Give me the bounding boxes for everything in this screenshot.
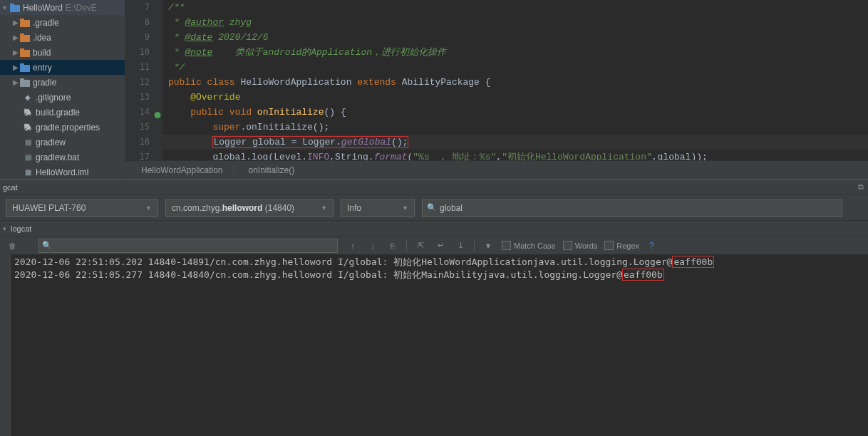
tree-item--gradle[interactable]: ▶.gradle	[0, 15, 125, 30]
tree-item--gitignore[interactable]: ◆.gitignore	[0, 90, 125, 105]
logcat-search[interactable]: 🔍	[422, 199, 842, 217]
breadcrumb[interactable]: HelloWordApplication 〉 onInitialize()	[125, 160, 868, 179]
svg-rect-1	[10, 4, 14, 6]
tree-item-gradlew-bat[interactable]: ▤gradlew.bat	[0, 150, 125, 165]
log-output[interactable]: 2020-12-06 22:51:05.202 14840-14891/cn.c…	[0, 254, 868, 436]
svg-rect-2	[20, 20, 30, 27]
svg-rect-6	[20, 50, 30, 57]
tree-item-build[interactable]: ▶build	[0, 45, 125, 60]
code-editor: 7891011121314⬤151617181920 /** * @author…	[125, 0, 868, 179]
clear-icon[interactable]: 🗑	[6, 239, 19, 252]
svg-rect-11	[20, 78, 24, 81]
code-line-12[interactable]: public class HelloWordApplication extend…	[162, 75, 868, 90]
restore-icon[interactable]: ⧉	[858, 182, 864, 192]
tree-project-root[interactable]: ▾ HelloWord E:\DevE	[0, 0, 125, 15]
find-input[interactable]	[52, 242, 334, 250]
search-icon: 🔍	[427, 203, 437, 212]
chevron-down-icon: ▼	[321, 204, 327, 212]
words-checkbox[interactable]: Words	[563, 241, 598, 250]
code-line-13[interactable]: @Override	[162, 90, 868, 105]
find-in-log[interactable]: 🔍	[38, 239, 338, 253]
tree-item--idea[interactable]: ▶.idea	[0, 30, 125, 45]
regex-checkbox[interactable]: Regex	[604, 241, 639, 250]
project-tree[interactable]: ▾ HelloWord E:\DevE ▶.gradle▶.idea▶build…	[0, 0, 125, 179]
tree-item-gradle-properties[interactable]: 🐘gradle.properties	[0, 120, 125, 135]
code-line-11[interactable]: */	[162, 60, 868, 75]
svg-rect-8	[20, 65, 30, 72]
breadcrumb-class[interactable]: HelloWordApplication	[137, 165, 227, 175]
svg-rect-4	[20, 35, 30, 42]
project-path: E:\DevE	[66, 3, 97, 13]
file-icon: ▤	[23, 152, 33, 162]
level-dropdown[interactable]: Info▼	[341, 199, 415, 217]
logcat-tab-strip[interactable]: gcat ⧉	[0, 179, 868, 194]
arrow-up-icon[interactable]: ↑	[346, 239, 359, 252]
tree-item-gradle[interactable]: ▶gradle	[0, 75, 125, 90]
code-line-17[interactable]: global.log(Level.INFO,String.format("%s …	[162, 150, 868, 160]
svg-rect-10	[20, 80, 30, 87]
code-line-7[interactable]: /**	[162, 0, 868, 15]
tree-item-HelloWord-iml[interactable]: ▦HelloWord.iml	[0, 165, 125, 179]
select-all-icon[interactable]: ⇱	[414, 239, 427, 252]
file-icon: ▤	[23, 137, 33, 147]
svg-rect-7	[20, 48, 24, 51]
code-content[interactable]: /** * @author zhyg * @date 2020/12/6 * @…	[162, 0, 868, 160]
search-icon: 🔍	[42, 241, 52, 250]
code-line-15[interactable]: super.onInitialize();	[162, 120, 868, 135]
svg-rect-9	[20, 63, 24, 66]
log-line[interactable]: 2020-12-06 22:51:05.202 14840-14891/cn.c…	[14, 256, 862, 269]
project-icon	[10, 4, 20, 12]
chevron-down-icon: ▼	[402, 204, 408, 212]
logcat-panel-header[interactable]: ▾ logcat	[0, 220, 868, 236]
project-name: HelloWord	[23, 3, 63, 13]
soft-wrap-icon[interactable]: ↵	[434, 239, 447, 252]
tree-item-build-gradle[interactable]: 🐘build.gradle	[0, 105, 125, 120]
tree-item-gradlew[interactable]: ▤gradlew	[0, 135, 125, 150]
breadcrumb-method[interactable]: onInitialize()	[244, 165, 299, 175]
logcat-filter-bar: HUAWEI PLAT-760▼ cn.com.zhyg.helloword (…	[0, 194, 868, 220]
collapse-icon[interactable]: ▾	[3, 225, 6, 232]
help-icon[interactable]: ?	[649, 241, 654, 251]
file-icon: 🐘	[23, 123, 33, 133]
logcat-toolbar: 🗑 🔍 ↑ ↓ ⎘ ⇱ ↵ ⤓ ▼ Match Case Words Regex…	[0, 236, 868, 254]
log-line[interactable]: 2020-12-06 22:51:05.277 14840-14840/cn.c…	[14, 269, 862, 281]
folder-icon	[20, 48, 30, 57]
code-line-10[interactable]: * @note 类似于android的Application，进行初始化操作	[162, 45, 868, 60]
process-dropdown[interactable]: cn.com.zhyg.helloword (14840)▼	[165, 199, 334, 217]
svg-rect-3	[20, 19, 24, 21]
svg-rect-5	[20, 33, 24, 36]
line-gutter[interactable]: 7891011121314⬤151617181920	[125, 0, 162, 160]
folder-icon	[20, 33, 30, 42]
chevron-down-icon: ▼	[145, 204, 152, 212]
chevron-right-icon: 〉	[227, 164, 244, 176]
scroll-end-icon[interactable]: ⤓	[454, 239, 467, 252]
arrow-down-icon[interactable]: ↓	[366, 239, 379, 252]
match-case-checkbox[interactable]: Match Case	[502, 241, 556, 250]
logcat-tab-label[interactable]: gcat	[3, 183, 18, 192]
file-icon: ▦	[23, 167, 33, 177]
tree-item-entry[interactable]: ▶entry	[0, 60, 125, 75]
code-line-16[interactable]: Logger global = Logger.getGlobal();	[162, 135, 868, 150]
code-line-14[interactable]: public void onInitialize() {	[162, 105, 868, 120]
folder-icon	[20, 78, 30, 87]
svg-rect-0	[10, 5, 20, 12]
filter-icon[interactable]: ▼	[482, 239, 495, 252]
folder-icon	[20, 63, 30, 72]
file-icon: ◆	[23, 93, 33, 103]
pin-icon[interactable]: ⎘	[386, 239, 399, 252]
file-icon: 🐘	[23, 108, 33, 118]
device-dropdown[interactable]: HUAWEI PLAT-760▼	[6, 199, 158, 217]
code-line-9[interactable]: * @date 2020/12/6	[162, 30, 868, 45]
code-line-8[interactable]: * @author zhyg	[162, 15, 868, 30]
folder-icon	[20, 19, 30, 27]
logcat-search-input[interactable]	[440, 203, 837, 213]
